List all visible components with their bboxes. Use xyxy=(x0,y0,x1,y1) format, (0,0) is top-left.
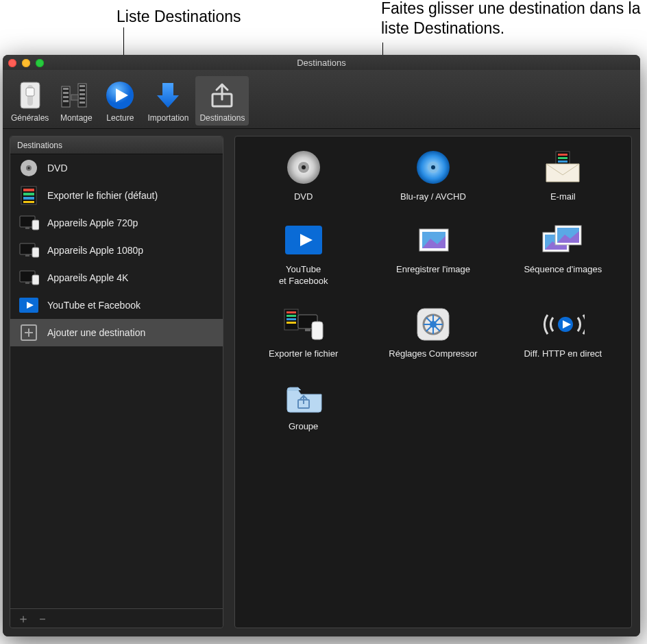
bluray-disc-icon xyxy=(411,149,455,186)
sidebar-item-label: Appareils Apple 720p xyxy=(47,217,138,228)
svg-rect-65 xyxy=(305,329,310,331)
sidebar-item-apple-4k[interactable]: Appareils Apple 4K xyxy=(10,264,223,291)
filmstrip-icon xyxy=(60,79,93,112)
destinations-sidebar: Destinations DVD Exporter le fichier (dé… xyxy=(10,136,223,628)
zoom-window-button[interactable] xyxy=(36,59,44,67)
play-icon xyxy=(103,79,136,112)
sidebar-item-add-destination[interactable]: Ajouter une destination xyxy=(10,319,223,346)
catalog-item-save-image[interactable]: Enregistrer l'image xyxy=(371,222,494,287)
catalog-item-label: Séquence d'images xyxy=(524,264,602,275)
catalog-item-bluray[interactable]: Blu-ray / AVCHD xyxy=(371,149,494,202)
tab-label: Destinations xyxy=(199,113,245,123)
remove-destination-button[interactable]: － xyxy=(36,610,49,627)
catalog-item-image-sequence[interactable]: Séquence d'images xyxy=(502,222,624,287)
disc-icon xyxy=(19,158,39,178)
image-stack-icon xyxy=(411,222,455,259)
content-area: Destinations DVD Exporter le fichier (dé… xyxy=(3,129,640,636)
filmstrip-swatch-icon xyxy=(19,185,39,206)
sidebar-footer: ＋ － xyxy=(10,608,223,628)
sidebar-item-apple-1080p[interactable]: Appareils Apple 1080p xyxy=(10,237,223,264)
destinations-list: DVD Exporter le fichier (défaut) Apparei… xyxy=(10,154,223,608)
share-icon xyxy=(206,79,239,112)
devices-icon xyxy=(19,240,39,261)
tab-destinations[interactable]: Destinations xyxy=(195,76,249,126)
catalog-item-label: Blu-ray / AVCHD xyxy=(400,191,466,202)
close-window-button[interactable] xyxy=(8,59,16,67)
download-arrow-icon xyxy=(151,79,184,112)
svg-rect-12 xyxy=(80,97,85,99)
svg-rect-22 xyxy=(23,189,34,191)
callout-right: Faites glisser une destination dans la l… xyxy=(381,0,647,38)
devices-icon xyxy=(19,213,39,233)
folder-group-icon xyxy=(282,379,326,416)
tab-label: Générales xyxy=(11,113,49,123)
svg-rect-66 xyxy=(312,322,323,339)
svg-rect-8 xyxy=(63,100,69,102)
video-play-large-icon xyxy=(282,222,326,259)
sidebar-item-label: DVD xyxy=(47,163,68,174)
tab-editing[interactable]: Montage xyxy=(56,76,97,126)
minimize-window-button[interactable] xyxy=(22,59,30,67)
catalog-item-group[interactable]: Groupe xyxy=(242,379,365,432)
svg-rect-27 xyxy=(25,227,29,229)
sidebar-item-export-file[interactable]: Exporter le fichier (défaut) xyxy=(10,182,223,209)
catalog-item-compressor[interactable]: Réglages Compressor xyxy=(371,306,494,359)
tab-general[interactable]: Générales xyxy=(7,76,53,126)
compressor-icon xyxy=(411,306,455,343)
titlebar: Destinations xyxy=(3,55,640,70)
svg-point-20 xyxy=(28,167,30,169)
svg-rect-46 xyxy=(558,157,567,159)
svg-point-40 xyxy=(302,165,306,169)
svg-rect-13 xyxy=(80,102,85,104)
catalog-item-youtube-facebook[interactable]: YouTube et Facebook xyxy=(242,222,365,287)
svg-rect-62 xyxy=(286,318,296,320)
slider-icon xyxy=(14,79,47,112)
sidebar-header: Destinations xyxy=(10,136,223,154)
tab-label: Importation xyxy=(147,113,188,123)
svg-rect-31 xyxy=(32,248,39,257)
catalog-item-http-live[interactable]: Diff. HTTP en direct xyxy=(502,306,624,359)
svg-rect-45 xyxy=(558,154,567,156)
sidebar-item-youtube-facebook[interactable]: YouTube et Facebook xyxy=(10,291,223,319)
catalog-item-label: Diff. HTTP en direct xyxy=(524,348,602,359)
add-destination-button[interactable]: ＋ xyxy=(17,610,29,627)
svg-rect-33 xyxy=(25,282,29,284)
video-play-icon xyxy=(19,295,39,315)
envelope-film-icon xyxy=(541,149,585,186)
catalog-item-label: DVD xyxy=(294,191,313,202)
image-sequence-icon xyxy=(541,222,585,259)
sidebar-item-apple-720p[interactable]: Appareils Apple 720p xyxy=(10,209,223,237)
svg-rect-2 xyxy=(26,88,34,96)
catalog-item-email[interactable]: E-mail xyxy=(502,149,624,202)
svg-rect-10 xyxy=(80,89,85,91)
catalog-item-dvd[interactable]: DVD xyxy=(242,149,365,202)
callout-left: Liste Destinations xyxy=(117,7,241,27)
svg-rect-28 xyxy=(32,220,39,230)
tab-import[interactable]: Importation xyxy=(143,76,193,126)
window-title: Destinations xyxy=(297,58,346,68)
export-devices-icon xyxy=(282,306,326,343)
catalog-item-label: E-mail xyxy=(550,191,576,202)
catalog-item-label: YouTube et Facebook xyxy=(279,264,328,287)
window-controls xyxy=(8,59,44,67)
plus-box-icon xyxy=(19,322,39,343)
svg-rect-11 xyxy=(80,93,85,95)
svg-rect-23 xyxy=(23,193,34,195)
sidebar-item-dvd[interactable]: DVD xyxy=(10,154,223,182)
tab-label: Lecture xyxy=(106,113,134,123)
tab-playback[interactable]: Lecture xyxy=(99,76,141,126)
destinations-catalog: DVD Blu-ray / AVCHD xyxy=(234,136,632,628)
svg-rect-14 xyxy=(71,95,78,100)
svg-rect-34 xyxy=(32,275,39,285)
svg-rect-60 xyxy=(286,311,296,313)
disc-large-icon xyxy=(282,149,326,186)
svg-rect-9 xyxy=(80,85,85,87)
broadcast-icon xyxy=(541,306,585,343)
catalog-item-export-file[interactable]: Exporter le fichier xyxy=(242,306,365,359)
svg-rect-63 xyxy=(286,322,296,324)
sidebar-item-label: Appareils Apple 1080p xyxy=(47,245,143,256)
devices-icon xyxy=(19,267,39,288)
svg-rect-61 xyxy=(286,315,296,317)
svg-rect-6 xyxy=(63,92,69,94)
destinations-grid: DVD Blu-ray / AVCHD xyxy=(242,149,624,432)
